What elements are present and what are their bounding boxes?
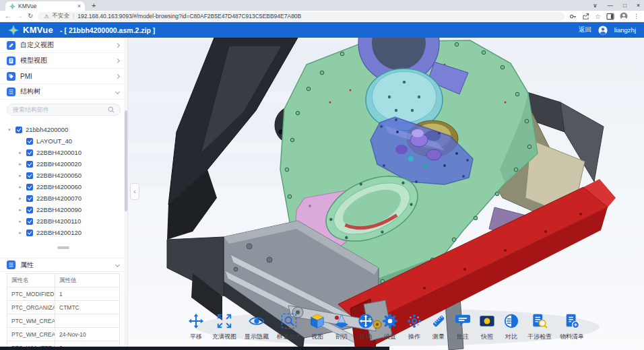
chevron-down-icon bbox=[115, 262, 120, 267]
address-bar-actions: ☆ ⋮ bbox=[569, 12, 639, 20]
checkbox-checked[interactable] bbox=[26, 149, 33, 156]
search-input[interactable] bbox=[13, 106, 105, 113]
properties-panel-header[interactable]: 属性 bbox=[0, 258, 127, 272]
sidebar-scrollbar[interactable] bbox=[124, 38, 127, 350]
side-panel-icon[interactable] bbox=[606, 13, 614, 20]
new-tab-button[interactable]: + bbox=[92, 2, 96, 9]
not-secure-warning-icon: ⚠ bbox=[44, 13, 49, 20]
profile-avatar-icon[interactable] bbox=[620, 12, 628, 20]
3d-model-canvas[interactable] bbox=[128, 38, 644, 350]
tool-drag[interactable]: 拖动 bbox=[358, 313, 374, 341]
tree-item-label: LAYOUT_40 bbox=[36, 137, 72, 145]
tool-snapshot[interactable]: 快照 bbox=[479, 313, 495, 341]
back-icon[interactable]: ← bbox=[5, 13, 11, 20]
table-row[interactable]: PTC_WM_CREATED_...24-Nov-10 bbox=[7, 328, 120, 341]
scrollbar-thumb[interactable] bbox=[125, 110, 127, 211]
username-label[interactable]: liangzhj bbox=[614, 26, 636, 34]
tree-item[interactable]: ▸22BBH4200050 bbox=[0, 170, 127, 181]
tool-label: 显示隐藏 bbox=[245, 332, 269, 341]
app-logo-text: KMVue bbox=[23, 25, 53, 35]
properties-icon bbox=[7, 260, 15, 269]
browser-tab[interactable]: KMVue × bbox=[5, 1, 85, 11]
checkbox-checked[interactable] bbox=[26, 195, 33, 202]
tool-label: 干涉检查 bbox=[527, 332, 552, 341]
tree-item[interactable]: ▸22BBH4200110 bbox=[0, 215, 127, 227]
tree-item-label: 21bbh4200000 bbox=[26, 126, 68, 133]
tool-fit-view[interactable]: 充满视图 bbox=[212, 313, 236, 341]
tool-settings[interactable]: 设置 bbox=[382, 313, 398, 341]
table-row[interactable]: PTC_WM_CREATED_... bbox=[7, 314, 120, 328]
tool-compare[interactable]: 对比 bbox=[503, 313, 519, 341]
tool-annotate[interactable]: 批注 bbox=[455, 313, 471, 341]
checkbox-checked[interactable] bbox=[26, 218, 33, 225]
tool-show-hide[interactable]: 显示隐藏 bbox=[245, 313, 269, 341]
table-row[interactable]: PTC_MODIFIED1 bbox=[7, 287, 120, 301]
checkbox-checked[interactable] bbox=[26, 161, 33, 168]
sidebar-section-pmi[interactable]: PMI bbox=[0, 69, 127, 84]
tool-pan[interactable]: 平移 bbox=[188, 313, 204, 341]
property-name: PTC_WM_CREATED_... bbox=[7, 328, 55, 341]
expander-icon[interactable]: ▸ bbox=[18, 173, 23, 178]
expander-icon[interactable]: ▸ bbox=[18, 219, 23, 223]
property-value: CTMTC bbox=[55, 301, 120, 314]
tool-label: 视图 bbox=[311, 332, 323, 341]
minimize-icon[interactable]: — bbox=[607, 2, 613, 9]
tree-item[interactable]: LAYOUT_40 bbox=[0, 135, 127, 147]
tool-label: 拖动 bbox=[360, 332, 372, 341]
back-to-list-button[interactable]: 返回 bbox=[579, 26, 591, 34]
tool-interference-check[interactable]: 干涉检查 bbox=[527, 313, 552, 341]
tool-measure[interactable]: 测量 bbox=[430, 313, 447, 341]
tab-search-icon[interactable]: ∨ bbox=[593, 2, 597, 9]
expander-icon[interactable]: ▸ bbox=[18, 184, 23, 189]
tree-item[interactable]: ▾21bbh4200000 bbox=[0, 124, 127, 135]
tab-close-icon[interactable]: × bbox=[77, 3, 81, 9]
reload-icon[interactable]: ↻ bbox=[28, 13, 33, 20]
tool-box-zoom[interactable]: 框选放大 bbox=[277, 313, 301, 341]
tool-view-cube[interactable]: 视图 bbox=[309, 313, 325, 341]
tool-label: 对比 bbox=[505, 332, 517, 341]
url-bar[interactable]: ⚠ 不安全 | 192.168.40.163:9093/#/model-brow… bbox=[38, 12, 565, 21]
checkbox-checked[interactable] bbox=[15, 127, 22, 133]
user-avatar-icon[interactable] bbox=[598, 26, 608, 35]
property-value bbox=[55, 314, 120, 328]
password-key-icon[interactable] bbox=[569, 13, 577, 20]
open-file-title: - [ 21bbh4200000.asm.2.zip ] bbox=[60, 26, 155, 34]
tool-section-cut[interactable]: 剖切 bbox=[333, 313, 350, 341]
sidebar-collapse-button[interactable]: ‹ bbox=[130, 183, 139, 200]
section-label: 模型视图 bbox=[20, 56, 111, 65]
sidebar-section-structure-tree[interactable]: 结构树 bbox=[0, 84, 127, 100]
checkbox-checked[interactable] bbox=[26, 138, 33, 145]
expander-icon[interactable]: ▸ bbox=[18, 196, 23, 201]
kmvue-logo-icon bbox=[8, 25, 19, 36]
forward-icon[interactable]: → bbox=[16, 13, 23, 20]
share-icon[interactable] bbox=[582, 13, 589, 20]
checkbox-checked[interactable] bbox=[26, 172, 33, 179]
structure-search-box[interactable] bbox=[7, 104, 121, 116]
tree-item[interactable]: ▸22BBH4200090 bbox=[0, 204, 127, 215]
expander-icon[interactable]: ▸ bbox=[18, 162, 23, 166]
tree-item[interactable]: ▸22BBH4200020 bbox=[0, 158, 127, 170]
tree-item[interactable]: ▸22BBH4200010 bbox=[0, 147, 127, 158]
section-label: 自定义视图 bbox=[20, 40, 111, 50]
sidebar-section-custom-views[interactable]: 自定义视图 bbox=[0, 38, 127, 53]
expander-icon[interactable]: ▸ bbox=[18, 230, 23, 235]
tool-bom[interactable]: 物料清单 bbox=[560, 313, 584, 341]
checkbox-checked[interactable] bbox=[26, 207, 33, 213]
expander-icon[interactable]: ▸ bbox=[18, 207, 23, 212]
tree-item[interactable]: ▸22BBH4200060 bbox=[0, 181, 127, 193]
checkbox-checked[interactable] bbox=[26, 230, 33, 236]
tool-operate[interactable]: 操作 bbox=[406, 313, 422, 341]
expander-icon[interactable]: ▾ bbox=[7, 127, 12, 132]
tree-item[interactable]: ▸22BBH4200120 bbox=[0, 227, 127, 238]
sidebar-section-model-views[interactable]: 模型视图 bbox=[0, 53, 127, 69]
table-row[interactable]: PTC_ORGANIZATIO...CTMTC bbox=[7, 301, 120, 314]
pan-icon bbox=[188, 313, 204, 329]
close-icon[interactable]: × bbox=[637, 2, 640, 9]
browser-menu-icon[interactable]: ⋮ bbox=[633, 13, 639, 20]
tree-item[interactable]: ▸22BBH4200070 bbox=[0, 193, 127, 204]
bookmark-star-icon[interactable]: ☆ bbox=[595, 13, 601, 20]
expander-icon[interactable]: ▸ bbox=[18, 150, 23, 155]
maximize-icon[interactable]: □ bbox=[623, 2, 626, 9]
checkbox-checked[interactable] bbox=[26, 184, 33, 190]
horizontal-scrollbar-thumb[interactable] bbox=[57, 246, 69, 249]
